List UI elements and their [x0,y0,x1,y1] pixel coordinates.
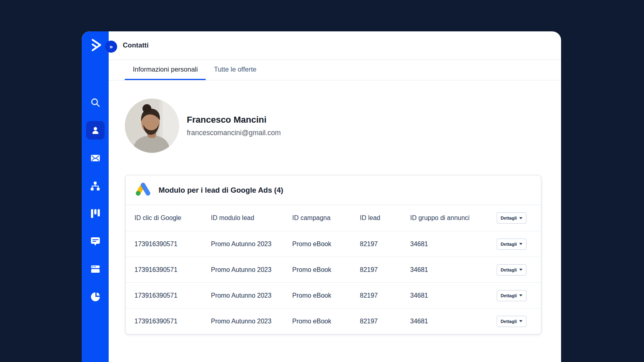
tab-bar: Informazioni personali Tutte le offerte [109,60,561,80]
cell-campaign-id: Promo eBook [292,292,360,299]
avatar [125,99,179,153]
column-header: ID gruppo di annunci [410,214,487,222]
sidebar-item-forms[interactable] [86,260,105,278]
activecampaign-logo-icon [91,38,103,52]
card-title: Modulo per i lead di Google Ads (4) [159,186,283,195]
caret-down-icon [519,269,522,271]
page-header: Contatti [109,31,561,60]
cell-lead-form-id: Promo Autunno 2023 [211,241,292,248]
card-header: Modulo per i lead di Google Ads (4) [126,175,541,205]
pie-chart-icon [91,292,100,302]
table-row: 173916390571 Promo Autunno 2023 Promo eB… [126,231,541,257]
contact-meta: Francesco Mancini francescomancini@gmail… [187,115,281,137]
dettagli-dropdown-button[interactable]: Dettagli [497,316,526,327]
sidebar-item-contacts[interactable] [86,121,105,140]
table-row: 173916390571 Promo Autunno 2023 Promo eB… [126,282,541,308]
double-chevron-right-icon: » [109,43,113,50]
chat-bubble-icon [91,237,100,246]
contact-summary: Francesco Mancini francescomancini@gmail… [125,99,281,153]
cell-lead-form-id: Promo Autunno 2023 [211,318,292,325]
caret-down-icon [519,320,522,322]
cell-google-click-id: 173916390571 [134,292,211,299]
cell-lead-id: 82197 [360,292,410,299]
cell-adgroup-id: 34681 [410,241,487,248]
dettagli-dropdown-button[interactable]: Dettagli [497,290,526,301]
dettagli-dropdown-button[interactable]: Dettagli [497,212,526,224]
google-ads-leads-card: Modulo per i lead di Google Ads (4) ID c… [125,175,541,334]
sidebar-item-search[interactable] [86,93,105,112]
caret-down-icon [519,243,522,245]
cell-lead-id: 82197 [360,266,410,274]
tab-informazioni-personali[interactable]: Informazioni personali [125,60,206,80]
sidebar-nav [82,93,109,306]
google-ads-logo-icon [134,182,151,199]
kanban-board-icon [91,209,100,218]
cell-adgroup-id: 34681 [410,266,487,274]
desktop-background: » Contatti Informazioni personali Tutte … [0,0,644,362]
column-header: ID lead [360,214,410,222]
caret-down-icon [519,217,522,219]
contact-name: Francesco Mancini [187,115,281,125]
contact-email: francescomancini@gmail.com [187,129,281,137]
sidebar-item-conversations[interactable] [86,232,105,251]
automation-sitemap-icon [90,181,100,191]
cell-google-click-id: 173916390571 [134,318,211,325]
cell-campaign-id: Promo eBook [292,241,360,248]
tab-tutte-le-offerte[interactable]: Tutte le offerte [206,60,264,80]
caret-down-icon [519,294,522,296]
form-window-icon [91,264,100,274]
table-row: 173916390571 Promo Autunno 2023 Promo eB… [126,257,541,282]
table-header-row: ID clic di Google ID modulo lead ID camp… [126,205,541,231]
column-header: ID clic di Google [134,214,211,222]
sidebar-item-automations[interactable] [86,177,105,195]
email-icon [91,153,100,163]
cell-campaign-id: Promo eBook [292,318,360,325]
column-header: ID modulo lead [211,214,292,222]
cell-campaign-id: Promo eBook [292,266,360,274]
cell-lead-id: 82197 [360,318,410,325]
cell-lead-form-id: Promo Autunno 2023 [211,266,292,274]
table-row: 173916390571 Promo Autunno 2023 Promo eB… [126,308,541,334]
page-title: Contatti [123,41,149,49]
cell-google-click-id: 173916390571 [134,241,211,248]
sidebar-collapse-button[interactable]: » [105,41,117,53]
app-window: » Contatti Informazioni personali Tutte … [82,31,561,362]
column-header: ID campagna [292,214,360,222]
leads-table: ID clic di Google ID modulo lead ID camp… [126,205,541,334]
cell-lead-id: 82197 [360,241,410,248]
cell-adgroup-id: 34681 [410,318,487,325]
search-icon [90,97,101,108]
cell-adgroup-id: 34681 [410,292,487,299]
contact-icon [91,125,100,135]
sidebar [82,31,109,362]
cell-google-click-id: 173916390571 [134,266,211,274]
dettagli-dropdown-button[interactable]: Dettagli [497,264,526,276]
sidebar-item-reports[interactable] [86,288,105,306]
sidebar-item-email[interactable] [86,149,105,167]
dettagli-dropdown-button[interactable]: Dettagli [497,239,526,250]
cell-lead-form-id: Promo Autunno 2023 [211,292,292,299]
sidebar-item-deals-kanban[interactable] [86,204,105,223]
